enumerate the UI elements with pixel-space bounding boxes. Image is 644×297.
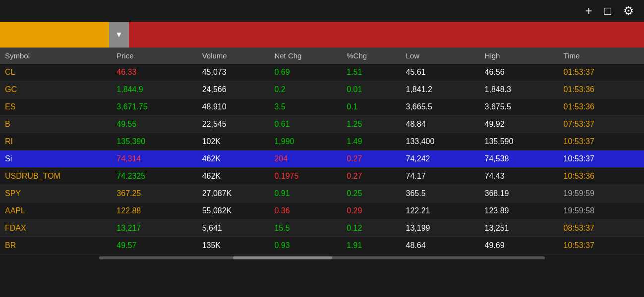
market-table: Symbol Price Volume Net Chg %Chg Low Hig… [0, 48, 644, 254]
table-cell: 1.91 [342, 237, 401, 254]
table-cell: 49.57 [112, 237, 197, 254]
table-cell: SPY [0, 185, 112, 202]
table-cell: 45.61 [401, 64, 480, 81]
table-row[interactable]: B49.5522,5450.611.2548.8449.9207:53:37 [0, 116, 644, 133]
table-cell: 3,671.75 [112, 99, 197, 116]
table-cell: 365.5 [401, 185, 480, 202]
table-cell: AAPL [0, 202, 112, 220]
table-row[interactable]: Si74,314462K2040.2774,24274,53810:53:37 [0, 150, 644, 168]
table-cell: 0.27 [342, 168, 401, 185]
table-cell: 1,844.9 [112, 81, 197, 99]
table-cell: 74,314 [112, 150, 197, 168]
table-cell: 46.56 [480, 64, 559, 81]
table-cell: 462K [197, 150, 270, 168]
table-cell: 48,910 [197, 99, 270, 116]
header-netchg: Net Chg [269, 48, 342, 64]
table-cell: B [0, 116, 112, 133]
table-cell: 49.92 [480, 116, 559, 133]
table-cell: 19:59:58 [559, 202, 644, 220]
table-cell: 01:53:37 [559, 64, 644, 81]
table-cell: 368.19 [480, 185, 559, 202]
table-cell: 462K [197, 168, 270, 185]
table-cell: 0.1975 [269, 168, 342, 185]
table-row[interactable]: FDAX13,2175,64115.50.1213,19913,25108:53… [0, 220, 644, 237]
table-cell: 0.01 [342, 81, 401, 99]
settings-icon[interactable]: ⚙ [623, 4, 634, 18]
table-cell: 3.5 [269, 99, 342, 116]
window-icon[interactable]: □ [604, 4, 612, 18]
header: + □ ⚙ [0, 0, 644, 22]
table-cell: 0.29 [342, 202, 401, 220]
delete-row-button[interactable] [129, 22, 644, 48]
table-cell: 48.84 [401, 116, 480, 133]
table-cell: RI [0, 133, 112, 150]
market-table-container: Symbol Price Volume Net Chg %Chg Low Hig… [0, 48, 644, 254]
table-row[interactable]: CL46.3345,0730.691.5145.6146.5601:53:37 [0, 64, 644, 81]
table-cell: 0.25 [342, 185, 401, 202]
table-cell: 0.69 [269, 64, 342, 81]
toolbar: ▼ [0, 22, 644, 48]
table-cell: ES [0, 99, 112, 116]
table-cell: GC [0, 81, 112, 99]
add-icon[interactable]: + [585, 4, 592, 18]
table-cell: 5,641 [197, 220, 270, 237]
table-row[interactable]: AAPL122.8855,082K0.360.29122.21123.8919:… [0, 202, 644, 220]
header-high: High [480, 48, 559, 64]
table-cell: 49.55 [112, 116, 197, 133]
table-row[interactable]: USDRUB_TOM74.2325462K0.19750.2774.1774.4… [0, 168, 644, 185]
table-cell: 122.21 [401, 202, 480, 220]
table-cell: CL [0, 64, 112, 81]
table-cell: 3,675.5 [480, 99, 559, 116]
table-cell: 0.1 [342, 99, 401, 116]
table-cell: 1,848.3 [480, 81, 559, 99]
table-cell: 0.2 [269, 81, 342, 99]
header-icons: + □ ⚙ [585, 4, 634, 18]
table-row[interactable]: BR49.57135K0.931.9148.6449.6910:53:37 [0, 237, 644, 254]
table-cell: 48.64 [401, 237, 480, 254]
table-cell: 135K [197, 237, 270, 254]
table-cell: BR [0, 237, 112, 254]
table-cell: 1.51 [342, 64, 401, 81]
table-cell: 1,841.2 [401, 81, 480, 99]
table-cell: 74,242 [401, 150, 480, 168]
header-volume: Volume [197, 48, 270, 64]
table-cell: 46.33 [112, 64, 197, 81]
table-cell: 07:53:37 [559, 116, 644, 133]
table-cell: 133,400 [401, 133, 480, 150]
table-cell: 135,590 [480, 133, 559, 150]
table-cell: 74.43 [480, 168, 559, 185]
table-cell: 74.17 [401, 168, 480, 185]
table-cell: 13,217 [112, 220, 197, 237]
table-cell: 01:53:36 [559, 99, 644, 116]
header-price: Price [112, 48, 197, 64]
table-cell: 13,251 [480, 220, 559, 237]
table-cell: 1,990 [269, 133, 342, 150]
table-cell: 08:53:37 [559, 220, 644, 237]
scrollbar-track [99, 256, 545, 259]
table-row[interactable]: RI135,390102K1,9901.49133,400135,59010:5… [0, 133, 644, 150]
table-cell: 122.88 [112, 202, 197, 220]
table-cell: 01:53:36 [559, 81, 644, 99]
table-cell: 0.91 [269, 185, 342, 202]
table-cell: 10:53:37 [559, 133, 644, 150]
header-symbol: Symbol [0, 48, 112, 64]
table-cell: 0.61 [269, 116, 342, 133]
table-cell: 3,665.5 [401, 99, 480, 116]
table-cell: 19:59:59 [559, 185, 644, 202]
header-pctchg: %Chg [342, 48, 401, 64]
table-row[interactable]: ES3,671.7548,9103.50.13,665.53,675.501:5… [0, 99, 644, 116]
table-row[interactable]: GC1,844.924,5660.20.011,841.21,848.301:5… [0, 81, 644, 99]
symbol-button[interactable] [0, 22, 109, 48]
horizontal-scrollbar[interactable] [0, 254, 644, 261]
table-cell: 10:53:37 [559, 150, 644, 168]
table-cell: 45,073 [197, 64, 270, 81]
table-cell: 102K [197, 133, 270, 150]
table-cell: 123.89 [480, 202, 559, 220]
table-row[interactable]: SPY367.2527,087K0.910.25365.5368.1919:59… [0, 185, 644, 202]
dropdown-arrow-button[interactable]: ▼ [109, 22, 129, 48]
table-cell: USDRUB_TOM [0, 168, 112, 185]
table-cell: 10:53:36 [559, 168, 644, 185]
table-cell: 74.2325 [112, 168, 197, 185]
scrollbar-thumb[interactable] [233, 256, 332, 259]
table-header-row: Symbol Price Volume Net Chg %Chg Low Hig… [0, 48, 644, 64]
